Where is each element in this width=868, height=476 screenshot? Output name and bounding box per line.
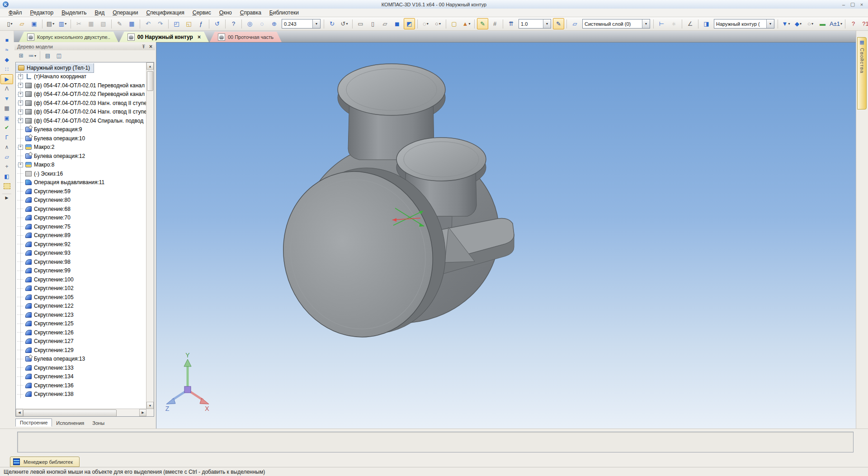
tree-item[interactable]: Скругление:102	[16, 284, 146, 293]
tree-expander[interactable]: +	[18, 100, 23, 105]
cursor-step-combo[interactable]: 1.0 ▾	[519, 19, 551, 29]
tab-postroenie[interactable]: Построение	[15, 419, 52, 427]
tree-expander[interactable]: +	[18, 83, 23, 88]
specification-button[interactable]: ▦	[126, 18, 137, 29]
tree-expander[interactable]: +	[18, 92, 23, 97]
snap-settings-button[interactable]: ✎	[553, 18, 564, 29]
tree-hscroll-right-button[interactable]: ▶	[139, 409, 146, 416]
measure3d-icon[interactable]: Λ	[0, 84, 13, 94]
tree-item[interactable]: + (ф) 054-47.04-ОТЛ-02.02 Переводной кан…	[16, 90, 146, 99]
reports-icon[interactable]: ▦	[0, 104, 13, 114]
tree-item[interactable]: (-) Эскиз:16	[16, 169, 146, 178]
tree-item[interactable]: Скругление:133	[16, 363, 146, 372]
maximize-button[interactable]: ▢	[848, 1, 857, 8]
tree-expander[interactable]: +	[18, 74, 23, 79]
tree-item[interactable]: Скругление:136	[16, 381, 146, 390]
rebuild-button[interactable]: ↺	[212, 18, 223, 29]
current-layer-combo[interactable]: Системный слой (0) ▾	[582, 19, 650, 29]
tree-item[interactable]: Скругление:100	[16, 275, 146, 284]
tree-item[interactable]: Скругление:89	[16, 231, 146, 240]
pin-icon[interactable]: Ŧ	[142, 44, 145, 49]
tree-item[interactable]: Скругление:125	[16, 319, 146, 328]
copy-properties-button[interactable]: ✎	[114, 18, 125, 29]
menu-view[interactable]: Вид	[91, 9, 109, 16]
tree-item[interactable]: Скругление:127	[16, 337, 146, 346]
measure-button[interactable]: ▬	[817, 18, 828, 29]
tree-item[interactable]: + (ф) 054-47.04-ОТЛ-02.01 Переводной кан…	[16, 81, 146, 90]
hide-all-objects-button[interactable]: ◌ ▾	[420, 18, 431, 29]
shaded-button[interactable]: ◼	[392, 18, 403, 29]
tree-item[interactable]: + Макро:2	[16, 143, 146, 152]
tab-ispolneniya[interactable]: Исполнения	[52, 419, 88, 427]
tree-item[interactable]: Булева операция:10	[16, 134, 146, 143]
copy-button[interactable]: ▦	[85, 18, 97, 29]
zoom-area-button[interactable]: ◎	[244, 18, 255, 29]
menu-select[interactable]: Выделить	[57, 9, 90, 16]
tree-item[interactable]: Скругление:92	[16, 240, 146, 249]
cursor-step-button[interactable]: ⇈	[505, 18, 517, 29]
perspective-button[interactable]: ▲ ▾	[461, 18, 472, 29]
tree-expander[interactable]: +	[18, 162, 23, 167]
print-button[interactable]: ▤ ▾	[45, 18, 56, 29]
viewport-3d[interactable]: Y Z X	[156, 42, 856, 429]
tree-hscroll-left-button[interactable]: ◀	[16, 409, 23, 416]
save-button[interactable]: ▣	[28, 18, 40, 29]
library-manager-button[interactable]: Менеджер библиотек	[10, 457, 80, 467]
edit-part-button[interactable]: ◨	[701, 18, 712, 29]
wireframe-button[interactable]: ▭	[355, 18, 366, 29]
local-cs-button[interactable]: ∠	[684, 18, 696, 29]
tree-expander[interactable]: +	[18, 145, 23, 150]
hidden-lines-thin-button[interactable]: ▱	[379, 18, 391, 29]
edit-part-icon[interactable]: ■	[0, 35, 13, 45]
tolerance-display-button[interactable]: A±1 ▾	[829, 18, 843, 29]
tree-item[interactable]: Скругление:126	[16, 328, 146, 337]
paste-button[interactable]: ▧	[98, 18, 109, 29]
dimensions-grid-button[interactable]: #	[489, 18, 500, 29]
tree-structure-button[interactable]: ⊞	[16, 51, 26, 61]
new-document-button[interactable]: ▯ ▾	[4, 18, 15, 29]
shaded-wireframe-button[interactable]: ◩	[404, 18, 415, 29]
tree-item[interactable]: Скругление:80	[16, 196, 146, 205]
tree-item[interactable]: Булева операция:9	[16, 125, 146, 134]
hidden-lines-removed-button[interactable]: ▯	[367, 18, 378, 29]
tree-item[interactable]: Булева операция:12	[16, 152, 146, 161]
tree-vertical-scrollbar[interactable]: ▲ ▼	[146, 62, 154, 409]
filters-button[interactable]: ▼ ▾	[780, 18, 792, 29]
tree-item[interactable]: Булева операция:13	[16, 355, 146, 364]
tree-item[interactable]: Скругление:122	[16, 302, 146, 311]
report-button[interactable]: ▤	[42, 51, 53, 61]
close-button[interactable]: ×	[857, 1, 866, 8]
tree-item[interactable]: Скругление:70	[16, 214, 146, 223]
context-help-button[interactable]: ?	[228, 18, 239, 29]
tree-item[interactable]: + (т)Начало координат	[16, 72, 146, 81]
menu-operations[interactable]: Операции	[108, 9, 142, 16]
tree-item[interactable]: Скругление:59	[16, 187, 146, 196]
tree-item[interactable]: Скругление:93	[16, 249, 146, 258]
tab-zony[interactable]: Зоны	[88, 419, 108, 427]
solid-model-button[interactable]: ◆ ▾	[793, 18, 804, 29]
tree-item[interactable]: Скругление:75	[16, 222, 146, 231]
tree-vscroll-up-button[interactable]: ▲	[146, 62, 154, 70]
auxiliary-geometry-icon[interactable]: ▶	[0, 74, 13, 84]
left-toolbar-expand-button[interactable]: ▶	[2, 194, 11, 200]
zoom-selected-button[interactable]: ◌	[256, 18, 268, 29]
print-preview-button[interactable]: ▥ ▾	[57, 18, 68, 29]
tree-vscroll-down-button[interactable]: ▼	[146, 402, 154, 409]
tree-item[interactable]: Наружный контур (Тел-1)	[16, 63, 94, 72]
tree-item[interactable]: Скругление:134	[16, 372, 146, 381]
menu-window[interactable]: Окно	[215, 9, 236, 16]
memorize-state-button[interactable]: ⊢	[656, 18, 667, 29]
zoom-scale-combo[interactable]: 0.243 ▾	[282, 19, 321, 29]
variables-button[interactable]: ƒ	[195, 18, 207, 29]
refresh-image-button[interactable]: ↻	[326, 18, 338, 29]
open-button[interactable]: ▱	[16, 18, 28, 29]
edit-in-window-button[interactable]: ◱	[183, 18, 194, 29]
tree-item[interactable]: Скругление:138	[16, 390, 146, 399]
sketch-check-icon[interactable]: ✔	[0, 123, 13, 133]
macro-element-icon[interactable]	[0, 181, 13, 191]
tree-item[interactable]: Скругление:123	[16, 310, 146, 319]
undo-button[interactable]: ↶	[142, 18, 154, 29]
cut-button[interactable]: ✂	[73, 18, 85, 29]
tab-protochnaya-chast[interactable]: 00 Проточная часть	[210, 32, 282, 42]
tree-item[interactable]: + (ф) 054-47.04-ОТЛ-02.04 Нагн. отвод II…	[16, 108, 146, 117]
